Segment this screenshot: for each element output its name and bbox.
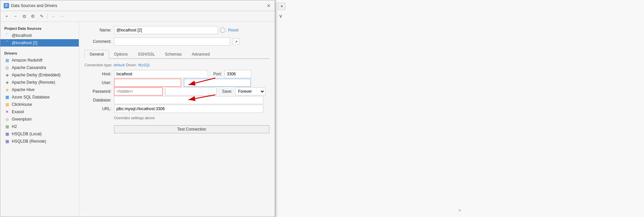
- driver-icon-redshift: ▦: [4, 58, 10, 63]
- conn-type-label: Connection type:: [85, 63, 112, 67]
- password-input-hidden[interactable]: [114, 87, 163, 95]
- comment-input[interactable]: [114, 38, 230, 46]
- user-input-right[interactable]: [184, 79, 251, 87]
- tab-options[interactable]: Options: [109, 50, 133, 59]
- save-select[interactable]: Forever Until restart Never: [235, 87, 265, 95]
- tab-advanced[interactable]: Advanced: [187, 50, 215, 59]
- drivers-section: Drivers ▦ Amazon Redshift ◎ Apache Cassa…: [0, 49, 79, 145]
- driver-label-greenplum: Greenplum: [12, 117, 32, 122]
- driver-greenplum[interactable]: ◎ Greenplum: [0, 116, 79, 123]
- toolbar-separator: [47, 14, 48, 19]
- driver-label-hive: Apache Hive: [12, 87, 35, 92]
- dialog-window: D Data Sources and Drivers ✕ + − ⧉ ⚙ ✎ ←…: [0, 0, 275, 217]
- tabs-bar: General Options SSH/SSL Schemas Advanced: [85, 50, 269, 59]
- form-area: Host: Port: User: Password: Save:: [85, 70, 269, 113]
- add-button[interactable]: +: [3, 13, 10, 20]
- editor-chevron-right[interactable]: >: [458, 206, 462, 214]
- driver-icon-hsql-local: ▦: [4, 131, 10, 137]
- driver-apache-derby-remote[interactable]: ◈ Apache Derby (Remote): [0, 79, 79, 86]
- name-row-right: [114, 26, 225, 34]
- driver-h2[interactable]: ▦ H2: [0, 123, 79, 130]
- port-label: Port:: [213, 72, 222, 76]
- editor-chevron-down: ∨: [278, 11, 283, 20]
- tab-ssh-ssl[interactable]: SSH/SSL: [133, 50, 160, 59]
- remove-button[interactable]: −: [12, 13, 19, 20]
- driver-clickhouse[interactable]: ▦ ClickHouse: [0, 101, 79, 108]
- drivers-section-label: Drivers: [0, 49, 79, 57]
- user-row: User:: [85, 78, 269, 87]
- host-label: Host:: [85, 72, 111, 76]
- sidebar-item-localhost-label: @localhost: [12, 33, 32, 38]
- test-connection-button[interactable]: Test Connection: [114, 125, 269, 133]
- edit-button[interactable]: ✎: [38, 13, 45, 20]
- db-icon-localhost: ⌒: [4, 33, 10, 38]
- overrides-text: Overrides settings above: [114, 116, 269, 120]
- expand-comment-button[interactable]: ↗: [233, 38, 239, 45]
- close-button[interactable]: ✕: [266, 3, 271, 8]
- db-icon-localhost2: ⌒: [4, 40, 10, 46]
- title-bar: D Data Sources and Drivers ✕: [0, 0, 275, 11]
- user-label: User:: [85, 80, 111, 85]
- sidebar-item-localhost[interactable]: ⌒ @localhost: [0, 32, 79, 39]
- name-row: Name: Reset: [85, 26, 269, 34]
- driver-label-hsql-local: HSQLDB (Local): [12, 132, 42, 136]
- sidebar-item-localhost2-label: @localhost [2]: [12, 41, 37, 45]
- driver-label-cassandra: Apache Cassandra: [12, 65, 46, 70]
- host-input[interactable]: [114, 70, 208, 78]
- driver-label-clickhouse: ClickHouse: [12, 102, 32, 107]
- driver-exasol[interactable]: ✕ Exasol: [0, 108, 79, 116]
- driver-icon-h2: ▦: [4, 124, 10, 129]
- circle-indicator: [220, 27, 225, 33]
- title-bar-left: D Data Sources and Drivers: [4, 3, 57, 8]
- back-button[interactable]: ←: [50, 13, 57, 20]
- driver-label-h2: H2: [12, 124, 17, 129]
- database-label: Database:: [85, 98, 111, 102]
- comment-row: Comment: ↗: [85, 37, 269, 46]
- driver-icon-cassandra: ◎: [4, 65, 10, 70]
- driver-label: Driver:: [126, 63, 137, 67]
- tab-general[interactable]: General: [85, 50, 109, 59]
- driver-icon-hive: ◈: [4, 87, 10, 92]
- driver-apache-derby-embedded[interactable]: ◈ Apache Derby (Embedded): [0, 71, 79, 79]
- driver-value[interactable]: MySQL: [138, 63, 151, 67]
- reset-button[interactable]: Reset: [228, 28, 238, 32]
- password-input-second[interactable]: [165, 87, 217, 95]
- conn-type-value[interactable]: default: [114, 63, 125, 67]
- driver-label-derby-emb: Apache Derby (Embedded): [12, 73, 60, 77]
- driver-hsqldb-local[interactable]: ▦ HSQLDB (Local): [0, 130, 79, 138]
- settings-button[interactable]: ⚙: [29, 13, 37, 20]
- copy-button[interactable]: ⧉: [20, 13, 28, 20]
- driver-label-derby-rem: Apache Derby (Remote): [12, 80, 55, 85]
- sidebar: Project Data Sources ⌒ @localhost ⌒ @loc…: [0, 22, 79, 217]
- driver-azure-sql[interactable]: ▦ Azure SQL Database: [0, 93, 79, 101]
- right-panel: Name: Reset Comment: ↗ General Options S…: [79, 22, 275, 217]
- database-input[interactable]: [114, 96, 263, 104]
- conn-type-line: Connection type: default Driver: MySQL: [85, 63, 269, 67]
- dialog-title: Data Sources and Drivers: [11, 3, 57, 8]
- save-label: Save:: [222, 89, 232, 94]
- driver-apache-hive[interactable]: ◈ Apache Hive: [0, 86, 79, 93]
- toolbar: + − ⧉ ⚙ ✎ ← →: [0, 11, 275, 22]
- tab-schemas[interactable]: Schemas: [160, 50, 187, 59]
- editor-plus-button[interactable]: +: [278, 3, 285, 10]
- editor-background: + ∨ >: [275, 0, 644, 217]
- driver-amazon-redshift[interactable]: ▦ Amazon Redshift: [0, 57, 79, 64]
- name-input[interactable]: [114, 26, 218, 34]
- driver-label-exasol: Exasol: [12, 110, 24, 114]
- name-label: Name:: [85, 28, 111, 32]
- app-icon: D: [4, 3, 9, 8]
- driver-hsqldb-remote[interactable]: ▦ HSQLDB (Remote): [0, 138, 79, 145]
- driver-apache-cassandra[interactable]: ◎ Apache Cassandra: [0, 64, 79, 71]
- database-row: Database:: [85, 96, 269, 104]
- user-input-left[interactable]: [114, 79, 181, 87]
- sidebar-item-localhost2[interactable]: ⌒ @localhost [2]: [0, 39, 79, 47]
- url-input[interactable]: [114, 105, 263, 113]
- driver-icon-derby-emb: ◈: [4, 72, 10, 78]
- forward-button[interactable]: →: [58, 13, 66, 20]
- password-label: Password:: [85, 89, 111, 94]
- port-input[interactable]: [224, 70, 251, 78]
- driver-icon-hsql-remote: ▦: [4, 139, 10, 144]
- url-row: URL:: [85, 104, 269, 113]
- driver-label-hsql-remote: HSQLDB (Remote): [12, 139, 46, 144]
- password-row: Password: Save: Forever Until restart Ne…: [85, 87, 269, 96]
